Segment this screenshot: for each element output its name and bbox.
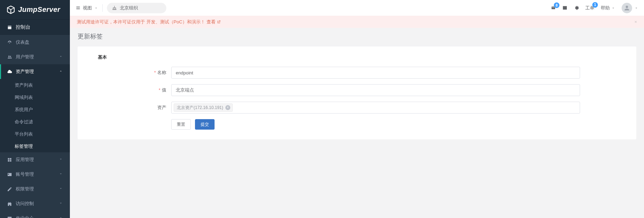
asset-select[interactable]: 北京资产(172.16.10.191) × — [171, 102, 580, 114]
form-row-asset: 资产 北京资产(172.16.10.191) × — [87, 102, 627, 114]
asset-tag-label: 北京资产(172.16.10.191) — [177, 105, 223, 111]
sidebar-submenu-assets: 资产列表 网域列表 系统用户 命令过滤 平台列表 标签管理 — [0, 79, 70, 152]
chevron-up-icon — [59, 69, 63, 74]
sidebar-sub-domain-list[interactable]: 网域列表 — [0, 91, 70, 103]
sidebar-item-label: 应用管理 — [16, 157, 34, 163]
chevron-down-icon — [59, 187, 63, 192]
sidebar-item-assets[interactable]: 资产管理 — [0, 64, 70, 79]
sidebar-item-label: 用户管理 — [16, 54, 34, 60]
sidebar-sub-platform-list[interactable]: 平台列表 — [0, 128, 70, 140]
web-terminal-icon — [562, 5, 567, 10]
sidebar-item-users[interactable]: 用户管理 — [0, 50, 70, 64]
org-selector[interactable]: 北京组织 — [107, 3, 166, 13]
divider — [102, 4, 103, 12]
grid-icon — [7, 157, 12, 162]
fort-icon — [7, 201, 12, 206]
topbar-right: 8 1 工单 帮助 — [551, 3, 638, 13]
user-menu[interactable] — [622, 3, 638, 13]
chevron-down-icon — [59, 157, 63, 162]
chevron-down-icon — [59, 216, 63, 218]
sidebar-item-label: 访问控制 — [16, 201, 34, 207]
sidebar-sub-system-user[interactable]: 系统用户 — [0, 103, 70, 116]
form-row-name: *名称 — [87, 67, 627, 79]
sidebar-item-label: 资产管理 — [16, 68, 34, 75]
user-icon — [623, 5, 630, 12]
chevron-down-icon — [94, 6, 98, 10]
gear-icon — [574, 5, 579, 10]
sidebar-sub-label: 平台列表 — [15, 131, 33, 137]
brand-logo[interactable]: JumpServer — [0, 0, 70, 19]
sitemap-icon — [112, 5, 117, 10]
sidebar-item-label: 仪表盘 — [16, 39, 29, 45]
list-icon — [75, 5, 81, 10]
cloud-icon — [7, 69, 12, 74]
id-icon — [7, 172, 12, 177]
chevron-down-icon — [611, 6, 615, 10]
sidebar-sub-label: 系统用户 — [15, 107, 33, 113]
form-row-value: *值 — [87, 84, 627, 96]
form-buttons: 重置 提交 — [171, 119, 627, 130]
external-link-icon — [217, 20, 221, 24]
ticket-badge: 1 — [592, 2, 598, 8]
help-button[interactable]: 帮助 — [601, 5, 615, 11]
sidebar-sub-label: 资产列表 — [15, 82, 33, 88]
asset-tag-chip: 北京资产(172.16.10.191) × — [174, 103, 233, 112]
chevron-down-icon — [634, 6, 638, 10]
sidebar-sub-label: 网域列表 — [15, 94, 33, 101]
license-alert: 测试用途许可证，本许可证仅用于 开发、测试（PoC）和演示！ 查看 × — [70, 16, 644, 28]
alert-close-button[interactable]: × — [634, 19, 637, 24]
form-section-title: 基本 — [98, 54, 627, 60]
sidebar-item-acl[interactable]: 访问控制 — [0, 196, 70, 211]
sidebar-sub-tag-mgmt[interactable]: 标签管理 — [0, 140, 70, 152]
edit-icon — [7, 187, 12, 192]
sidebar-sub-label: 命令过滤 — [15, 119, 33, 125]
sidebar-console-label: 控制台 — [16, 24, 30, 30]
sidebar-sub-command-filter[interactable]: 命令过滤 — [0, 116, 70, 128]
mail-button[interactable]: 8 — [551, 5, 556, 10]
input-value[interactable] — [171, 84, 580, 96]
label-name: *名称 — [87, 70, 171, 76]
sidebar-sub-asset-list[interactable]: 资产列表 — [0, 79, 70, 91]
brand-text: JumpServer — [18, 6, 60, 14]
view-switcher[interactable]: 视图 — [75, 5, 98, 11]
alert-link-label: 查看 — [207, 19, 216, 25]
page-title: 更新标签 — [70, 28, 644, 45]
input-name[interactable] — [171, 67, 580, 79]
alert-text: 测试用途许可证，本许可证仅用于 开发、测试（PoC）和演示！ — [77, 19, 205, 25]
label-value: *值 — [87, 87, 171, 93]
chevron-down-icon — [59, 172, 63, 177]
ticket-button[interactable]: 1 工单 — [585, 5, 594, 11]
submit-button[interactable]: 提交 — [195, 119, 215, 130]
main-area: 测试用途许可证，本许可证仅用于 开发、测试（PoC）和演示！ 查看 × 更新标签… — [70, 16, 644, 218]
sidebar-item-perms[interactable]: 权限管理 — [0, 182, 70, 196]
page-title-text: 更新标签 — [78, 32, 103, 41]
settings-button[interactable] — [574, 5, 579, 10]
form-card: 基本 *名称 *值 资产 北京资产(172.16.10.191) × 重置 提交 — [78, 46, 636, 139]
monitor-icon — [7, 216, 12, 218]
org-name: 北京组织 — [120, 5, 138, 11]
terminal-button[interactable] — [562, 5, 567, 10]
sidebar-item-apps[interactable]: 应用管理 — [0, 152, 70, 167]
sidebar-sub-label: 标签管理 — [15, 143, 33, 150]
chevron-down-icon — [59, 201, 63, 206]
sidebar: JumpServer 控制台 仪表盘 用户管理 资产管理 资产列表 网域列表 系… — [0, 0, 70, 218]
reset-button[interactable]: 重置 — [171, 119, 191, 130]
sidebar-item-dashboard[interactable]: 仪表盘 — [0, 35, 70, 50]
users-icon — [7, 54, 12, 60]
dashboard-icon — [7, 40, 12, 45]
sidebar-item-jobs[interactable]: 作业中心 — [0, 211, 70, 218]
logo-icon — [6, 5, 15, 14]
terminal-icon — [7, 25, 12, 30]
label-asset: 资产 — [87, 104, 171, 111]
alert-link[interactable]: 查看 — [207, 19, 221, 25]
sidebar-console-header: 控制台 — [0, 19, 70, 35]
sidebar-item-accounts[interactable]: 账号管理 — [0, 167, 70, 182]
label-value-text: 值 — [162, 87, 166, 93]
view-label: 视图 — [83, 5, 92, 11]
topbar: 视图 北京组织 8 1 工单 帮助 — [70, 0, 644, 16]
avatar — [622, 3, 632, 13]
sidebar-item-label: 权限管理 — [16, 186, 34, 192]
label-name-text: 名称 — [157, 70, 166, 75]
tag-remove-button[interactable]: × — [225, 105, 230, 110]
sidebar-item-label: 账号管理 — [16, 171, 34, 177]
